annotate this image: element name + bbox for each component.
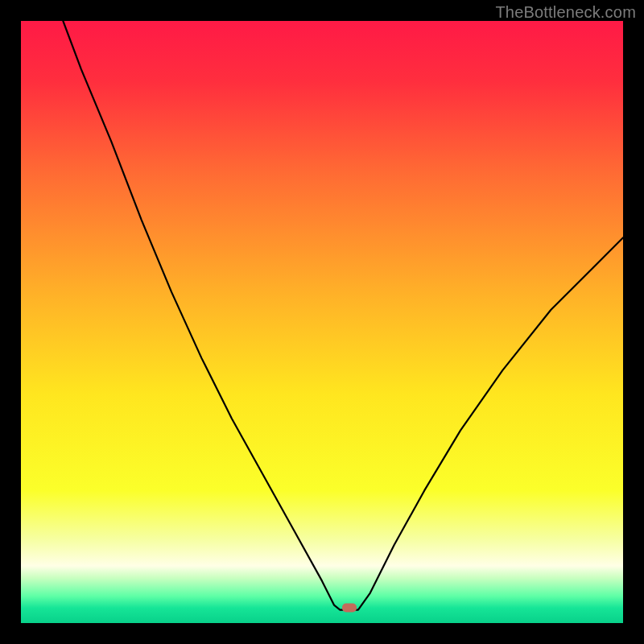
plot-area <box>21 21 623 623</box>
minimum-marker <box>342 604 357 613</box>
watermark-text: TheBottleneck.com <box>495 3 636 22</box>
chart-frame: TheBottleneck.com <box>0 0 644 644</box>
bottleneck-curve <box>21 21 623 623</box>
